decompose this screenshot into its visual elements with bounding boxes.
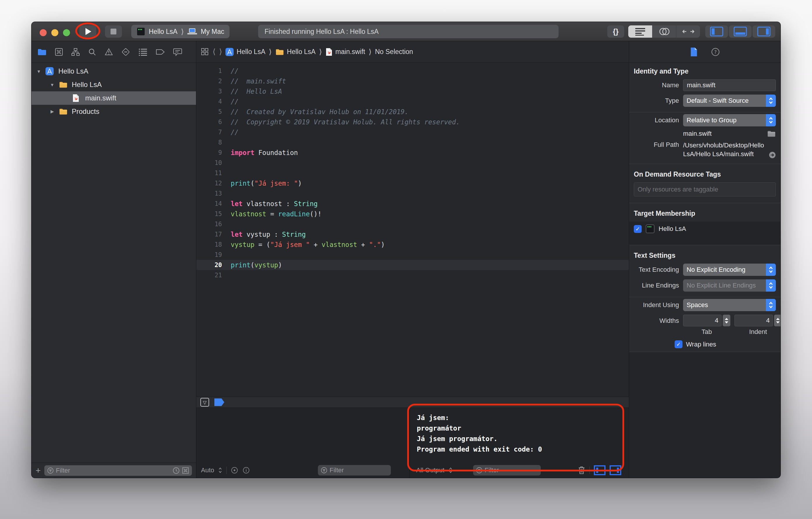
console-filter-field[interactable]: Filter	[473, 465, 541, 475]
target-membership-row[interactable]: ✓ Hello LsA	[634, 224, 776, 233]
hide-debug-area-button[interactable]: ▽	[200, 398, 209, 407]
info-icon[interactable]	[242, 466, 250, 474]
text-encoding-dropdown[interactable]: No Explicit Encoding	[683, 264, 776, 276]
navigator-filter-field[interactable]: Filter	[44, 465, 192, 476]
library-button[interactable]: {}	[607, 25, 624, 38]
assistant-editor-button[interactable]	[652, 25, 676, 38]
toggle-debug-area-button[interactable]	[729, 25, 752, 38]
indent-width-field[interactable]: 4	[734, 315, 773, 326]
related-items-icon[interactable]	[201, 48, 209, 56]
type-dropdown[interactable]: Default - Swift Source	[683, 94, 776, 107]
tab-width-field[interactable]: 4	[683, 315, 722, 326]
stop-button[interactable]	[105, 25, 122, 38]
console-scope-popup[interactable]: All Output	[416, 466, 444, 474]
indent-width-stepper[interactable]	[774, 315, 781, 326]
resource-tags-field[interactable]: Only resources are taggable	[634, 183, 776, 196]
filter-icon	[47, 467, 54, 474]
choose-folder-icon[interactable]	[767, 130, 776, 137]
code-line-10[interactable]: 10	[196, 158, 629, 168]
source-control-tab[interactable]	[55, 48, 63, 56]
variables-filter-field[interactable]: Filter	[318, 465, 391, 475]
wrap-lines-checkbox[interactable]: ✓	[675, 340, 683, 348]
breakpoint-navigator-tab[interactable]	[156, 49, 165, 55]
file-inspector-tab[interactable]	[690, 47, 698, 57]
code-line-15[interactable]: 15vlastnost = readLine()!	[196, 209, 629, 219]
project-navigator-tab[interactable]	[37, 48, 47, 56]
variables-list[interactable]	[196, 408, 409, 463]
add-button[interactable]: +	[36, 466, 41, 475]
code-line-11[interactable]: 11	[196, 168, 629, 178]
standard-editor-button[interactable]	[628, 25, 652, 38]
run-button[interactable]	[79, 25, 96, 38]
source-editor[interactable]: 1//2// main.swift3// Hello LsA4//5// Cre…	[196, 63, 629, 397]
code-line-17[interactable]: 17let vystup : String	[196, 229, 629, 239]
breadcrumb-item[interactable]: Hello LsA	[276, 48, 316, 56]
window-close-button[interactable]	[40, 29, 47, 36]
folder-icon	[59, 107, 68, 116]
recent-files-clock-icon[interactable]	[173, 467, 180, 474]
scheme-selector[interactable]: Hello LsA ⟩ My Mac	[131, 25, 230, 38]
code-line-12[interactable]: 12print("Já jsem: ")	[196, 178, 629, 188]
forward-button[interactable]: ⟩	[219, 47, 222, 56]
tree-item-hello-lsa[interactable]: ▼Hello LsA	[31, 78, 196, 91]
variables-scope-popup[interactable]: Auto	[201, 466, 214, 474]
code-line-16[interactable]: 16	[196, 219, 629, 229]
left-panel-icon	[710, 27, 723, 36]
disclosure-open-icon[interactable]: ▼	[49, 82, 55, 87]
code-line-2[interactable]: 2// main.swift	[196, 76, 629, 86]
clear-console-button[interactable]	[578, 466, 585, 475]
disclosure-closed-icon[interactable]: ▶	[49, 109, 55, 114]
code-line-1[interactable]: 1//	[196, 66, 629, 76]
breadcrumb-label: Hello LsA	[236, 48, 265, 56]
tree-item-main-swift[interactable]: main.swift	[31, 91, 196, 105]
code-line-13[interactable]: 13	[196, 188, 629, 198]
location-dropdown[interactable]: Relative to Group	[683, 114, 776, 127]
code-line-19[interactable]: 19	[196, 250, 629, 260]
target-checkbox[interactable]: ✓	[634, 225, 642, 233]
breadcrumb-item[interactable]: No Selection	[375, 48, 413, 56]
version-editor-button[interactable]	[676, 25, 700, 38]
code-line-5[interactable]: 5// Created by Vratislav Holub on 11/01/…	[196, 107, 629, 117]
help-inspector-tab[interactable]: ?	[711, 48, 720, 56]
back-button[interactable]: ⟨	[213, 47, 215, 56]
code-line-18[interactable]: 18vystup = ("Já jsem " + vlastnost + "."…	[196, 239, 629, 250]
code-line-21[interactable]: 21	[196, 270, 629, 280]
scheme-name: Hello LsA	[149, 28, 177, 36]
symbol-navigator-tab[interactable]	[71, 48, 80, 56]
debug-navigator-tab[interactable]	[138, 48, 148, 56]
code-line-6[interactable]: 6// Copyright © 2019 Vratislav Holub. Al…	[196, 117, 629, 127]
toggle-variables-view-button[interactable]	[594, 465, 606, 475]
code-line-3[interactable]: 3// Hello LsA	[196, 86, 629, 96]
code-line-4[interactable]: 4//	[196, 96, 629, 107]
tree-item-products[interactable]: ▶Products	[31, 105, 196, 118]
breadcrumb-item[interactable]: Hello LsA	[226, 48, 265, 56]
find-navigator-tab[interactable]	[88, 48, 96, 56]
code-line-7[interactable]: 7//	[196, 127, 629, 137]
name-field[interactable]: main.swift	[683, 79, 776, 91]
breakpoints-enabled-icon[interactable]	[214, 399, 224, 406]
source-control-status-icon[interactable]	[182, 467, 189, 474]
tree-item-hello-lsa[interactable]: ▼Hello LsA	[31, 64, 196, 78]
code-line-8[interactable]: 8	[196, 137, 629, 147]
chevron-right-icon: ⟩	[319, 48, 322, 56]
console-output[interactable]: Já jsem: programátorJá jsem programátor.…	[410, 408, 629, 463]
issue-navigator-tab[interactable]	[105, 48, 113, 56]
quicklook-eye-icon[interactable]	[231, 466, 238, 474]
line-endings-dropdown[interactable]: No Explicit Line Endings	[683, 279, 776, 292]
open-path-arrow-icon[interactable]	[769, 152, 776, 159]
breadcrumb-item[interactable]: main.swift	[325, 48, 365, 56]
code-line-9[interactable]: 9import Foundation	[196, 147, 629, 158]
line-number: 14	[196, 200, 231, 207]
tab-width-stepper[interactable]	[723, 315, 730, 326]
window-minimize-button[interactable]	[51, 29, 58, 36]
indent-using-dropdown[interactable]: Spaces	[683, 299, 776, 311]
toggle-navigator-button[interactable]	[705, 25, 728, 38]
report-navigator-tab[interactable]	[173, 48, 182, 56]
test-navigator-tab[interactable]	[121, 48, 130, 56]
code-line-14[interactable]: 14let vlastnost : String	[196, 198, 629, 209]
code-line-20[interactable]: 20print(vystup)	[196, 260, 629, 270]
disclosure-open-icon[interactable]: ▼	[36, 69, 42, 74]
toggle-inspector-button[interactable]	[753, 25, 775, 38]
window-zoom-button[interactable]	[63, 29, 70, 36]
toggle-console-view-button[interactable]	[610, 465, 621, 475]
